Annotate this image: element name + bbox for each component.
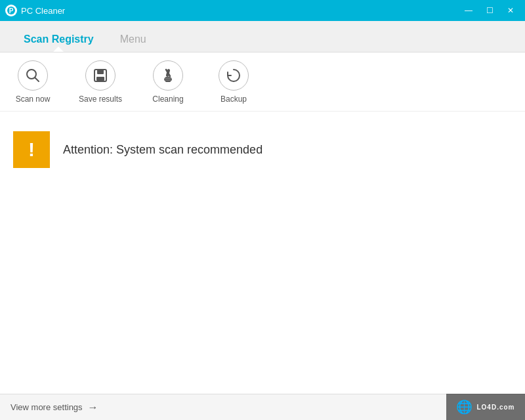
watermark-logo-icon: 🌐 <box>456 399 472 415</box>
svg-text:P: P <box>9 7 14 14</box>
tab-scan-registry[interactable]: Scan Registry <box>10 27 107 52</box>
scan-now-label: Scan now <box>16 94 51 104</box>
toolbar-item-save-results[interactable]: Save results <box>79 60 122 104</box>
view-more-settings-link[interactable]: View more settings <box>10 402 83 412</box>
window-controls: — ☐ ✕ <box>459 4 520 17</box>
save-icon <box>92 67 109 84</box>
svg-line-3 <box>35 77 39 81</box>
toolbar: Scan now Save results <box>0 52 525 112</box>
tab-menu[interactable]: Menu <box>107 27 159 52</box>
svg-rect-5 <box>97 70 104 74</box>
alert-exclamation: ! <box>28 140 35 159</box>
main-content: ! Attention: System scan recommended <box>0 112 525 188</box>
backup-icon-circle <box>219 60 249 91</box>
broom-icon <box>159 67 177 84</box>
alert-icon: ! <box>13 131 50 168</box>
backup-icon <box>225 67 242 84</box>
title-bar: P PC Cleaner — ☐ ✕ <box>0 0 525 21</box>
arrow-icon: → <box>88 402 98 413</box>
watermark: 🌐 LO4D.com <box>446 394 525 420</box>
alert-box: ! Attention: System scan recommended <box>13 131 341 168</box>
backup-label: Backup <box>220 94 247 104</box>
save-results-label: Save results <box>79 94 122 104</box>
close-button[interactable]: ✕ <box>501 4 520 17</box>
cleaning-icon-circle <box>153 60 183 91</box>
toolbar-item-backup[interactable]: Backup <box>214 60 253 104</box>
alert-message: Attention: System scan recommended <box>50 143 262 157</box>
scan-now-icon-circle <box>18 60 48 91</box>
svg-rect-6 <box>96 77 104 81</box>
maximize-button[interactable]: ☐ <box>480 4 499 17</box>
toolbar-item-scan-now[interactable]: Scan now <box>13 60 52 104</box>
app-title: PC Cleaner <box>21 6 65 16</box>
save-results-icon-circle <box>85 60 116 91</box>
title-bar-left: P PC Cleaner <box>5 5 65 16</box>
watermark-text: LO4D.com <box>476 404 514 411</box>
toolbar-item-cleaning[interactable]: Cleaning <box>148 60 188 104</box>
cleaning-label: Cleaning <box>152 94 183 104</box>
app-icon: P <box>5 5 17 16</box>
nav-bar: Scan Registry Menu <box>0 21 525 52</box>
search-icon <box>24 67 41 84</box>
minimize-button[interactable]: — <box>459 4 478 17</box>
